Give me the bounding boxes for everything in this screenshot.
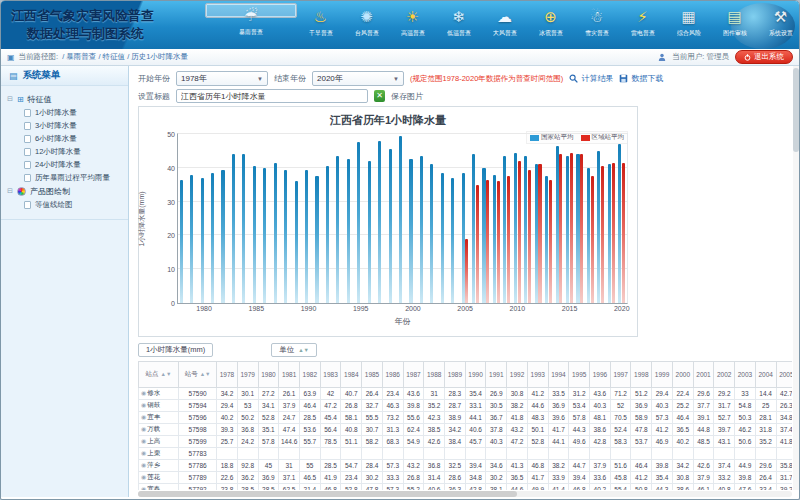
rain-icon: ☔ [244,4,257,28]
toolbar-item-wind[interactable]: ☁大风普查 [482,3,527,47]
value-cell: 42.3 [424,412,445,424]
logout-label: 退出系统 [754,52,784,62]
toolbar-item-label: 暴雨普查 [239,28,263,36]
chevron-down-icon: ▼ [257,76,263,82]
toolbar-item-hail[interactable]: ⊕冰雹普查 [528,3,573,47]
sort-arrows-icon[interactable]: ▲▼ [200,371,211,377]
calculate-button[interactable]: 计算结果 [569,73,613,84]
toolbar-item-heat[interactable]: ☀高温普查 [390,3,435,47]
station-marker-icon: ◉ [141,390,146,396]
sidebar-item[interactable]: 历年暴雨过程平均雨量 [7,171,126,184]
value-cell: 44.6 [507,484,528,491]
breadcrumb-path[interactable]: / 暴雨普查 / 特征值 / 历史1小时降水量 [62,52,188,62]
column-label: 站号 [185,370,198,377]
year-column-header: 1994 [548,362,569,388]
station-marker-icon: ◉ [141,402,146,408]
table-row[interactable]: ◉上栗57783 [139,448,793,460]
value-cell: 32.7 [362,400,383,412]
col-station-header[interactable]: 站点▲▼ [139,362,179,388]
value-cell: 40.3 [652,400,673,412]
value-cell: 47.8 [631,424,652,436]
toolbar-item-snow[interactable]: ☃雪灾普查 [574,3,619,47]
toolbar-item-review[interactable]: ▤图件审核 [712,3,757,47]
bar-regional-2006 [476,185,479,303]
value-cell: 29.4 [217,400,238,412]
table-row[interactable]: ◉宜丰5759640.250.252.824.728.545.458.155.5… [139,412,793,424]
toolbar-item-rain[interactable]: ☔暴雨普查 [205,3,297,18]
station-name: 修水 [147,389,160,396]
value-cell: 33 [735,388,756,400]
table-row[interactable]: ◉上高5759925.724.257.8144.655.778.551.158.… [139,436,793,448]
value-cell: 48.3 [527,412,548,424]
table-row[interactable]: ◉莲花5778922.636.236.937.146.541.923.430.2… [139,472,793,484]
start-year-select[interactable]: 1978年▼ [176,71,268,86]
col-station-id-header[interactable]: 站号▲▼ [179,362,217,388]
end-year-select[interactable]: 2020年▼ [312,71,404,86]
sidebar-group-wheel[interactable]: ⊟产品图绘制 [7,184,126,198]
value-cell [299,448,320,460]
horizontal-scrollbar-thumb[interactable] [138,491,517,497]
sidebar-item[interactable]: 12小时降水量 [7,145,126,158]
value-cell: 28.3 [445,388,466,400]
value-cell: 39.7 [714,424,735,436]
table-row[interactable]: ◉萍乡5778618.892.845315528.554.728.457.343… [139,460,793,472]
value-cell: 31.7 [776,472,792,484]
value-cell: 41.3 [507,460,528,472]
station-id-cell: 57789 [179,472,217,484]
bar-regional-2010 [518,161,521,303]
toolbar-item-settings[interactable]: ⚒系统设置 [758,3,799,47]
download-button[interactable]: 数据下载 [619,73,663,84]
sidebar-item[interactable]: 6小时降水量 [7,132,126,145]
value-cell: 34.2 [672,460,693,472]
logout-button[interactable]: 退出系统 [735,50,793,64]
table-row[interactable]: ◉宜春5779223.828.528.562.521.446.852.847.8… [139,484,793,491]
value-cell: 36.2 [237,472,258,484]
unit-filter[interactable]: 单位 ▲▼ [271,343,317,357]
value-cell [548,448,569,460]
toolbar: ☔暴雨普查♨干旱普查✺台风普查☀高温普查❄低温普查☁大风普查⊕冰雹普查☃雪灾普查… [205,3,799,47]
sidebar-item[interactable]: 3小时降水量 [7,119,126,132]
value-cell [507,448,528,460]
toolbar-item-drought[interactable]: ♨干旱普查 [298,3,343,47]
station-name: 万载 [147,425,160,432]
value-cell: 35.4 [652,472,673,484]
sidebar-item[interactable]: 等值线绘图 [7,198,126,211]
value-cell: 44.3 [569,424,590,436]
table-row[interactable]: ◉万载5759839.336.835.147.453.656.440.830.7… [139,424,793,436]
sort-arrows-icon[interactable]: ▲▼ [161,371,172,377]
value-cell: 40.3 [486,436,507,448]
value-cell: 33.5 [548,388,569,400]
grid-icon: ⊞ [17,95,24,104]
save-image-button[interactable]: 保存图片 [391,91,423,102]
toolbar-item-label: 大风普查 [493,29,517,37]
tree-collapse-icon[interactable]: ⊟ [7,95,13,103]
tree-collapse-icon[interactable]: ⊟ [7,187,13,195]
value-cell: 35.8 [776,460,792,472]
sidebar-group-grid[interactable]: ⊟⊞特征值 [7,92,126,106]
toolbar-item-typhoon[interactable]: ✺台风普查 [344,3,389,47]
value-cell: 26.8 [341,400,362,412]
toolbar-item-composite[interactable]: ▦综合风险 [666,3,711,47]
value-cell: 37.9 [693,472,714,484]
sidebar-item[interactable]: 1小时降水量 [7,106,126,119]
menu-grid-icon: ▤ [9,71,18,81]
station-name-cell: ◉上栗 [139,448,179,460]
value-cell: 35.2 [755,436,776,448]
value-cell: 37.4 [776,424,792,436]
value-cell: 34.1 [258,400,279,412]
value-cell: 58.3 [610,436,631,448]
chart-title-input[interactable] [176,89,368,103]
value-cell: 52.8 [341,484,362,491]
unit-label: 单位 [279,345,294,355]
toolbar-item-lightning[interactable]: ⚡雷电普查 [620,3,665,47]
start-year-value: 1978年 [181,73,207,84]
station-marker-icon: ◉ [141,450,146,456]
settings-icon: ⚒ [774,5,787,29]
table-row[interactable]: ◉修水5759034.230.127.226.163.94240.726.423… [139,388,793,400]
year-column-header: 1993 [527,362,548,388]
value-cell [610,448,631,460]
table-row[interactable]: ◉铜鼓5759429.45334.137.946.447.226.832.746… [139,400,793,412]
vertical-scrollbar-thumb[interactable] [793,68,799,152]
toolbar-item-cold[interactable]: ❄低温普查 [436,3,481,47]
sidebar-item[interactable]: 24小时降水量 [7,158,126,171]
